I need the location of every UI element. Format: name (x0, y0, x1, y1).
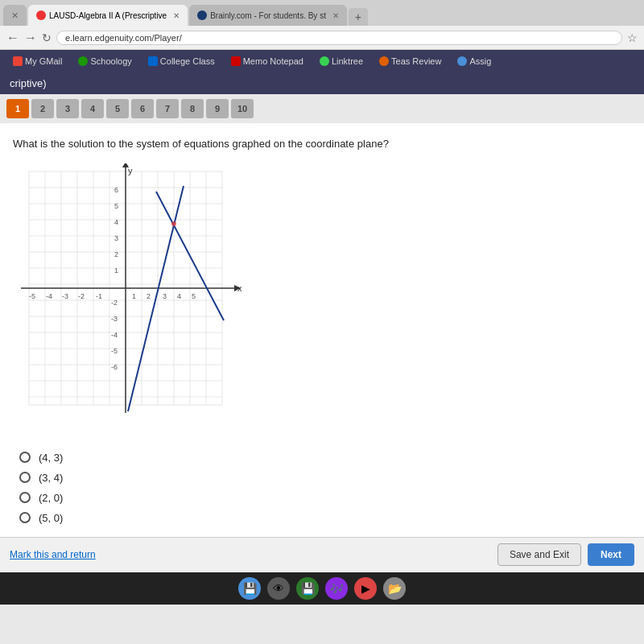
svg-text:-6: -6 (111, 363, 118, 371)
radio-3[interactable] (19, 492, 31, 503)
question-tabs: 1 2 3 4 5 6 7 8 9 10 (0, 94, 644, 123)
tab-close[interactable]: ✕ (3, 5, 27, 26)
svg-text:5: 5 (114, 202, 118, 210)
linktree-icon (320, 56, 329, 66)
assig-icon (457, 56, 467, 66)
bookmark-teas-label: Teas Review (391, 56, 441, 66)
mark-return-link[interactable]: Mark this and return (10, 549, 96, 560)
schoology-icon (78, 56, 88, 66)
question-tab-6[interactable]: 6 (131, 99, 154, 118)
svg-text:y: y (128, 166, 133, 175)
answer-label-2: (3, 4) (39, 472, 63, 484)
question-tab-8[interactable]: 8 (181, 99, 204, 118)
svg-text:-2: -2 (111, 299, 118, 307)
forward-button[interactable]: → (24, 31, 37, 45)
svg-text:1: 1 (132, 292, 136, 300)
bookmark-schoology-label: Schoology (90, 56, 131, 66)
bookmark-college[interactable]: College Class (142, 55, 221, 68)
tab-edgenuity[interactable]: LAUSD-Algebra II A (Prescriptive ✕ (28, 5, 188, 26)
reload-button[interactable]: ↻ (42, 31, 52, 44)
bookmark-schoology[interactable]: Schoology (72, 55, 138, 68)
tab-close-edgenuity[interactable]: ✕ (173, 11, 180, 20)
question-tab-10[interactable]: 10 (231, 99, 254, 118)
taskbar: 💾 👁 💾 🎶 ▶ 📂 (0, 572, 644, 605)
svg-text:x: x (237, 283, 242, 293)
graph-container: x y -5 -4 -3 -2 -1 1 2 3 4 5 6 5 4 3 2 1… (13, 163, 246, 437)
bookmark-star[interactable]: ☆ (627, 31, 638, 44)
svg-text:3: 3 (163, 292, 167, 300)
radio-4[interactable] (19, 512, 31, 523)
next-button[interactable]: Next (588, 543, 634, 566)
taskbar-icon-2[interactable]: 👁 (267, 577, 290, 600)
taskbar-icon-1[interactable]: 💾 (238, 577, 261, 600)
answer-choice-1[interactable]: (4, 3) (19, 452, 631, 464)
svg-text:-3: -3 (111, 315, 118, 323)
question-tab-9[interactable]: 9 (206, 99, 229, 118)
svg-text:5: 5 (192, 292, 196, 300)
college-icon (148, 56, 158, 66)
teas-icon (379, 56, 389, 66)
tab-label-brainly: Brainly.com - For students. By st (210, 11, 326, 20)
bookmark-linktree[interactable]: Linktree (313, 55, 369, 68)
bookmark-assig-label: Assig (469, 56, 491, 66)
svg-text:2: 2 (147, 292, 151, 300)
question-tab-1[interactable]: 1 (6, 99, 29, 118)
answer-choice-3[interactable]: (2, 0) (19, 492, 631, 504)
svg-text:-1: -1 (96, 292, 102, 300)
bookmark-assig[interactable]: Assig (451, 55, 497, 68)
question-text: What is the solution to the system of eq… (13, 136, 631, 152)
action-buttons: Save and Exit Next (497, 543, 634, 566)
bottom-bar: Mark this and return Save and Exit Next (0, 537, 644, 572)
svg-point-55 (171, 221, 176, 226)
svg-text:4: 4 (114, 218, 118, 226)
answer-choice-4[interactable]: (5, 0) (19, 512, 631, 524)
answer-choices: (4, 3) (3, 4) (2, 0) (5, 0) (13, 452, 631, 524)
gmail-icon (13, 56, 23, 66)
svg-text:-4: -4 (111, 331, 118, 339)
taskbar-icon-6[interactable]: 📂 (383, 577, 406, 600)
page-header-title: criptive) (10, 77, 47, 89)
tab-brainly[interactable]: Brainly.com - For students. By st ✕ (189, 5, 347, 26)
svg-text:-5: -5 (29, 292, 35, 300)
taskbar-icon-5[interactable]: ▶ (354, 577, 377, 600)
svg-text:-5: -5 (111, 347, 118, 355)
main-content: What is the solution to the system of eq… (0, 123, 644, 537)
svg-text:-4: -4 (46, 292, 52, 300)
answer-choice-2[interactable]: (3, 4) (19, 472, 631, 484)
question-tab-4[interactable]: 4 (81, 99, 104, 118)
svg-text:4: 4 (177, 292, 181, 300)
browser-tabs: ✕ LAUSD-Algebra II A (Prescriptive ✕ Bra… (0, 0, 644, 26)
svg-text:-3: -3 (62, 292, 68, 300)
save-exit-button[interactable]: Save and Exit (497, 543, 581, 566)
svg-text:2: 2 (114, 250, 118, 258)
radio-1[interactable] (19, 452, 31, 463)
svg-text:6: 6 (114, 186, 118, 194)
url-bar[interactable]: e.learn.edgenuity.com/Player/ (56, 31, 622, 45)
memo-icon (231, 56, 241, 66)
tab-label-edgenuity: LAUSD-Algebra II A (Prescriptive (49, 11, 167, 20)
svg-text:3: 3 (114, 234, 118, 242)
bookmark-college-label: College Class (160, 56, 215, 66)
question-tab-5[interactable]: 5 (106, 99, 129, 118)
svg-text:1: 1 (114, 266, 118, 275)
bookmark-teas[interactable]: Teas Review (373, 55, 448, 68)
bookmark-gmail[interactable]: My GMail (6, 55, 68, 68)
page-header: criptive) (0, 72, 644, 94)
new-tab-button[interactable]: + (349, 8, 368, 26)
question-tab-7[interactable]: 7 (156, 99, 179, 118)
tab-icon-brainly (197, 10, 207, 20)
back-button[interactable]: ← (6, 31, 19, 45)
browser-address-bar: ← → ↻ e.learn.edgenuity.com/Player/ ☆ (0, 26, 644, 50)
question-tab-3[interactable]: 3 (56, 99, 79, 118)
bookmark-linktree-label: Linktree (332, 56, 363, 66)
bookmark-memo-label: Memo Notepad (243, 56, 303, 66)
tab-close-brainly[interactable]: ✕ (332, 11, 339, 20)
taskbar-icon-4[interactable]: 🎶 (325, 577, 348, 600)
answer-label-1: (4, 3) (39, 452, 63, 464)
coordinate-graph: x y -5 -4 -3 -2 -1 1 2 3 4 5 6 5 4 3 2 1… (13, 163, 246, 437)
svg-text:-2: -2 (78, 292, 85, 300)
bookmark-memo[interactable]: Memo Notepad (225, 55, 310, 68)
question-tab-2[interactable]: 2 (31, 99, 54, 118)
taskbar-icon-3[interactable]: 💾 (296, 577, 319, 600)
radio-2[interactable] (19, 472, 31, 483)
